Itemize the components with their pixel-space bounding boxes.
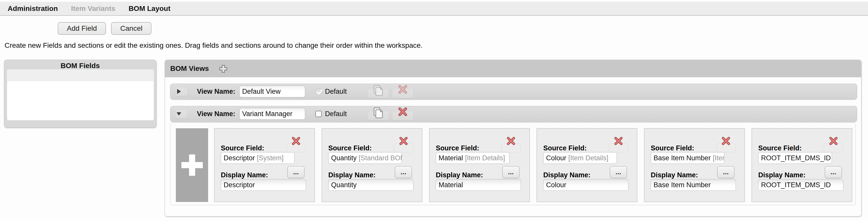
delete-x-icon	[398, 107, 408, 117]
delete-x-icon	[398, 85, 408, 94]
add-view-button[interactable]	[218, 64, 229, 74]
toolbar: Add Field Cancel	[58, 22, 151, 35]
display-name-label: Display Name:	[758, 171, 805, 179]
view-row-default-view: View Name: Default	[170, 84, 857, 99]
display-name-input[interactable]	[221, 179, 306, 191]
delete-x-icon	[829, 136, 838, 146]
source-field-value[interactable]: Material [Item Details]	[436, 152, 509, 164]
default-label: Default	[325, 88, 347, 96]
source-field-value[interactable]: Colour [Item Details]	[543, 152, 617, 164]
source-field-value[interactable]: ROOT_ITEM_DMS_ID [It	[758, 152, 832, 164]
add-field-to-view-button[interactable]	[176, 128, 208, 202]
source-field-name: Colour	[546, 154, 566, 162]
display-name-input[interactable]	[436, 179, 521, 191]
field-card[interactable]: Source Field: Descriptor [System] ... Di…	[214, 128, 315, 202]
field-card[interactable]: Source Field: Quantity [Standard BOM] ..…	[322, 128, 422, 202]
source-field-context: [Item Details]	[568, 154, 609, 162]
field-card[interactable]: Source Field: Base Item Number [Item ...…	[644, 128, 745, 202]
source-field-label: Source Field:	[651, 144, 694, 152]
copy-view-button[interactable]	[368, 88, 389, 98]
delete-field-button[interactable]	[394, 143, 413, 152]
more-options-button[interactable]: ...	[287, 166, 304, 178]
source-field-name: Descriptor	[224, 154, 255, 162]
view-name-input[interactable]	[239, 108, 305, 120]
delete-field-button[interactable]	[286, 143, 306, 152]
nav-item-bom-layout[interactable]: BOM Layout	[129, 5, 170, 13]
source-field-context: [Item	[713, 154, 724, 162]
instruction-text: Create new Fields and sections or edit t…	[5, 41, 423, 50]
delete-view-button[interactable]	[392, 111, 413, 120]
collapse-view-button[interactable]	[175, 109, 188, 118]
more-options-button[interactable]: ...	[502, 166, 519, 178]
bom-fields-panel: BOM Fields	[4, 60, 156, 128]
source-field-context: [Item Details]	[465, 154, 505, 162]
copy-icon	[373, 107, 384, 119]
view-fields-container: Source Field: Descriptor [System] ... Di…	[170, 122, 856, 205]
field-card[interactable]: Source Field: ROOT_ITEM_DMS_ID [It ... D…	[752, 128, 852, 202]
nav-item-item-variants[interactable]: Item Variants	[71, 5, 115, 13]
delete-field-button[interactable]	[716, 143, 736, 152]
display-name-label: Display Name:	[436, 171, 483, 179]
top-nav-bar: Administration Item Variants BOM Layout	[0, 2, 868, 16]
big-plus-icon	[180, 153, 204, 177]
source-field-label: Source Field:	[758, 144, 802, 152]
delete-x-icon	[506, 136, 516, 146]
display-name-input[interactable]	[543, 179, 628, 191]
cancel-button[interactable]: Cancel	[111, 22, 151, 35]
view-name-label: View Name:	[197, 110, 235, 118]
more-options-button[interactable]: ...	[717, 166, 734, 178]
display-name-input[interactable]	[651, 179, 736, 191]
more-options-button[interactable]: ...	[610, 166, 627, 178]
checkmark-icon	[316, 88, 323, 96]
bom-views-panel: BOM Views View Name: Default	[165, 60, 861, 216]
display-name-input[interactable]	[758, 179, 843, 191]
bom-fields-list[interactable]	[7, 69, 154, 120]
chevron-right-icon	[177, 89, 181, 94]
copy-view-button[interactable]	[368, 111, 389, 120]
display-name-label: Display Name:	[651, 171, 698, 179]
field-card[interactable]: Source Field: Colour [Item Details] ... …	[537, 128, 637, 202]
delete-view-button[interactable]	[392, 88, 413, 98]
source-field-name: Base Item Number	[654, 154, 711, 162]
default-label: Default	[325, 110, 347, 118]
source-field-name: Quantity	[331, 154, 357, 162]
field-card[interactable]: Source Field: Material [Item Details] ..…	[429, 128, 530, 202]
chevron-down-icon	[177, 112, 181, 116]
delete-field-button[interactable]	[501, 143, 521, 152]
display-name-input[interactable]	[328, 179, 413, 191]
bom-views-title: BOM Views	[170, 65, 209, 73]
expand-view-button[interactable]	[175, 87, 188, 96]
source-field-value[interactable]: Descriptor [System]	[221, 152, 294, 164]
source-field-name: ROOT_ITEM_DMS_ID	[761, 154, 831, 162]
bom-fields-empty-row	[7, 69, 154, 81]
source-field-value[interactable]: Quantity [Standard BOM]	[328, 152, 402, 164]
source-field-label: Source Field:	[221, 144, 264, 152]
delete-field-button[interactable]	[609, 143, 628, 152]
view-name-input[interactable]	[239, 86, 305, 97]
display-name-label: Display Name:	[221, 171, 268, 179]
source-field-label: Source Field:	[436, 144, 479, 152]
more-options-button[interactable]: ...	[395, 166, 412, 178]
source-field-value[interactable]: Base Item Number [Item	[651, 152, 724, 164]
copy-icon	[373, 85, 384, 96]
source-field-name: Material	[439, 154, 463, 162]
display-name-label: Display Name:	[543, 171, 591, 179]
delete-x-icon	[399, 136, 408, 146]
default-checkbox[interactable]	[315, 111, 322, 117]
bom-fields-title: BOM Fields	[4, 60, 156, 70]
display-name-label: Display Name:	[328, 171, 376, 179]
source-field-context: [Standard BOM]	[359, 154, 402, 162]
default-checkbox[interactable]	[315, 88, 322, 95]
view-name-label: View Name:	[197, 88, 235, 96]
delete-x-icon	[614, 136, 623, 146]
source-field-label: Source Field:	[543, 144, 587, 152]
delete-field-button[interactable]	[824, 143, 843, 152]
add-field-button[interactable]: Add Field	[58, 22, 106, 35]
delete-x-icon	[721, 136, 731, 146]
source-field-context: [System]	[257, 154, 284, 162]
more-options-button[interactable]: ...	[825, 166, 842, 178]
nav-item-administration[interactable]: Administration	[8, 5, 58, 13]
view-row-variant-manager: View Name: Default	[170, 106, 857, 122]
bom-views-header: BOM Views	[165, 60, 861, 77]
delete-x-icon	[291, 136, 301, 146]
